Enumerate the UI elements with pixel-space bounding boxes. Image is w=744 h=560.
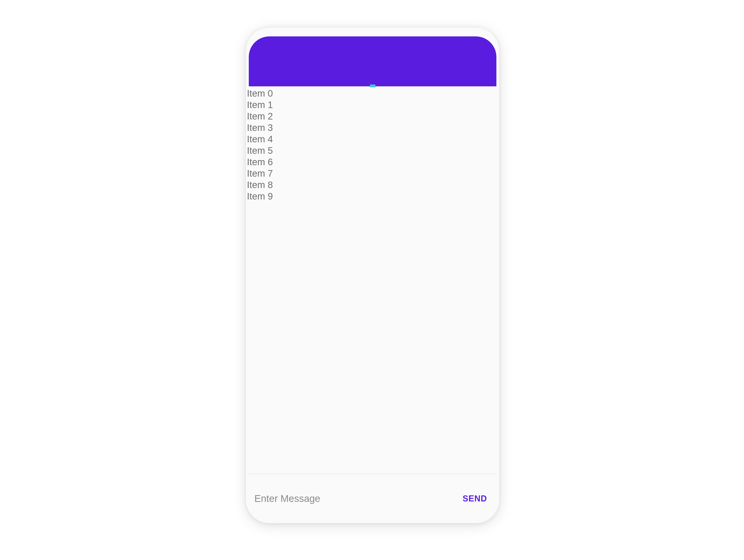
list-item[interactable]: Item 0 (246, 88, 499, 99)
list-item[interactable]: Item 5 (246, 145, 499, 156)
message-composer: SEND (246, 474, 499, 523)
list-item[interactable]: Item 4 (246, 134, 499, 145)
list-item-label: Item 0 (247, 88, 273, 99)
list-item-label: Item 5 (247, 145, 273, 156)
message-input[interactable] (254, 493, 455, 504)
list-item-label: Item 1 (247, 100, 273, 110)
list-item-label: Item 8 (247, 180, 273, 190)
list-item-label: Item 9 (247, 191, 273, 201)
list-item[interactable]: Item 1 (246, 99, 499, 111)
list-item[interactable]: Item 7 (246, 168, 499, 179)
list-item-label: Item 3 (247, 122, 273, 133)
list-item[interactable]: Item 2 (246, 111, 499, 122)
list-item-label: Item 6 (247, 157, 273, 167)
item-list[interactable]: Item 0 Item 1 Item 2 Item 3 Item 4 Item … (246, 86, 499, 474)
list-item[interactable]: Item 3 (246, 122, 499, 134)
list-item-label: Item 2 (247, 111, 273, 121)
resize-handle-icon[interactable] (370, 84, 375, 87)
list-item[interactable]: Item 9 (246, 191, 499, 202)
send-button[interactable]: SEND (455, 490, 494, 507)
device-frame: Item 0 Item 1 Item 2 Item 3 Item 4 Item … (246, 28, 499, 523)
list-item-label: Item 4 (247, 134, 273, 144)
header-bar (249, 36, 496, 86)
list-item[interactable]: Item 8 (246, 179, 499, 191)
list-item-label: Item 7 (247, 168, 273, 179)
list-item[interactable]: Item 6 (246, 156, 499, 168)
